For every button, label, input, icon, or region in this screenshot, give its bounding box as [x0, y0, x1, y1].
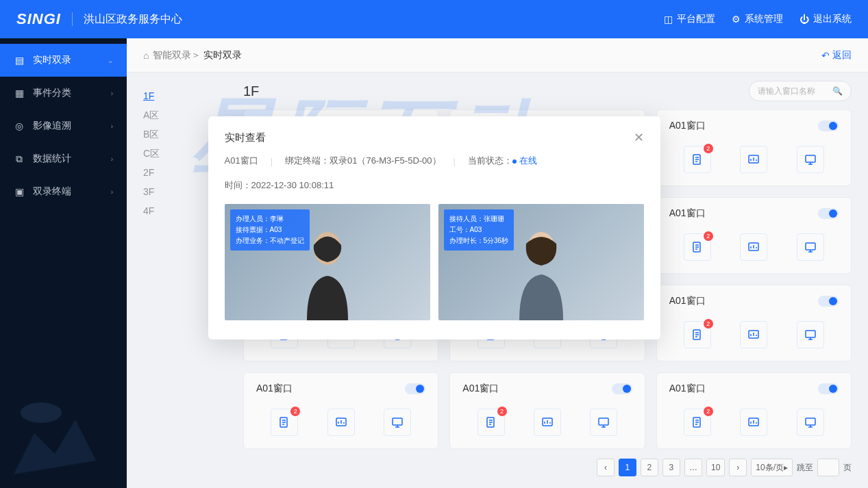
realtime-view-modal: 实时查看 ✕ A01窗口 | 绑定终端：双录01（76-M3-F5-5D-00）… [208, 116, 660, 339]
modal-window: A01窗口 [225, 155, 258, 167]
status-info: 当前状态：在线 [468, 155, 537, 167]
feed-overlay: 接待人员：张珊珊工号：A03办理时长：5分36秒 [444, 209, 514, 251]
modal-title: 实时查看 [225, 131, 266, 144]
video-feed-staff[interactable]: 办理人员：李琳接待票据：A03办理业务：不动产登记 [225, 204, 430, 320]
bind-info: 绑定终端：双录01（76-M3-F5-5D-00） [285, 155, 441, 167]
time-info: 时间：2022-12-30 10:08:11 [225, 179, 334, 192]
video-feed-client[interactable]: 接待人员：张珊珊工号：A03办理时长：5分36秒 [438, 204, 644, 320]
modal-mask[interactable]: 实时查看 ✕ A01窗口 | 绑定终端：双录01（76-M3-F5-5D-00）… [0, 0, 868, 488]
close-icon[interactable]: ✕ [634, 130, 644, 145]
